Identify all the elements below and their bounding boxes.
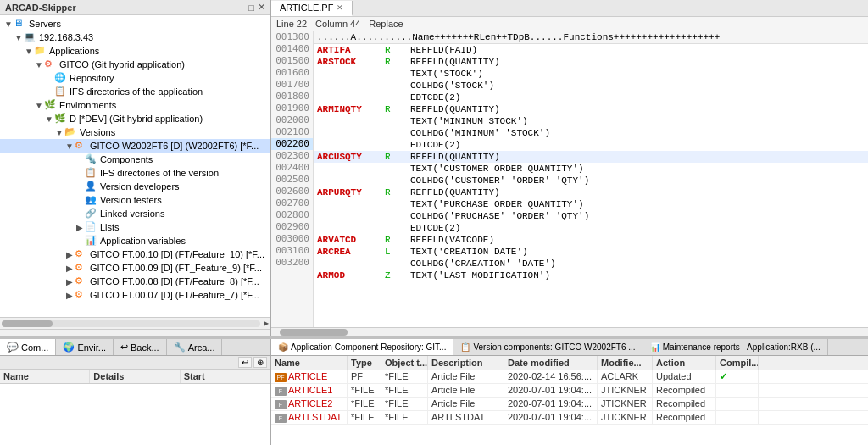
tree-item-environments[interactable]: ▼ 🌿 Environments (0, 98, 270, 112)
tree-item-ft0008[interactable]: ▶ ⚙ GITCO FT.00.08 [D] (FT/Feature_8) [*… (0, 275, 270, 288)
cell-desc: Article File (428, 384, 504, 397)
servers-label: Servers (29, 19, 61, 29)
versions-label: Versions (80, 127, 115, 137)
tree-item-version-testers[interactable]: 👥 Version testers (0, 193, 270, 207)
maximize-icon[interactable]: □ (248, 3, 254, 13)
bl-col-start: Start (181, 370, 270, 383)
tree-item-gitco[interactable]: ▼ ⚙ GITCO (Git hybrid application) (0, 58, 270, 71)
editor-toolbar: Line 22 Column 44 Replace (271, 17, 868, 31)
bottom-tab-app-component[interactable]: 📦 Application Component Repository: GIT.… (271, 339, 453, 355)
br-col-description: Description (428, 356, 504, 370)
code-line: COLHDG('STOCK') (314, 80, 868, 92)
tree-item-ifs-app[interactable]: 📋 IFS directories of the application (0, 85, 270, 98)
toggle-env[interactable]: ▼ (34, 101, 44, 110)
bl-icon1[interactable]: ↩ (238, 357, 252, 368)
toggle-applications[interactable]: ▼ (24, 47, 34, 56)
close-icon[interactable]: ✕ (258, 2, 265, 13)
tree-item-version-devs[interactable]: 👤 Version developers (0, 180, 270, 193)
components-icon: 🔩 (85, 153, 98, 165)
toggle-servers[interactable]: ▼ (3, 19, 14, 29)
tree-scrollbar-v[interactable] (0, 329, 270, 336)
envir-label: Envir... (77, 342, 106, 353)
br-col-action: Action (653, 356, 716, 370)
applications-folder-icon: 📁 (34, 45, 47, 57)
editor-tab-article[interactable]: ARTICLE.PF ✕ (271, 1, 353, 16)
toggle-versions[interactable]: ▼ (54, 128, 64, 137)
toggle-ip[interactable]: ▼ (14, 33, 24, 42)
tree-item-ft0009[interactable]: ▶ ⚙ GITCO FT.00.09 [D] (FT_Feature_9) [*… (0, 261, 270, 275)
versions-icon: 📂 (64, 126, 78, 138)
cell-name: FARTICLE2 (271, 398, 348, 410)
ddev-label: D [*DEV] (Git hybrid application) (70, 114, 203, 124)
toggle-ft0010[interactable]: ▶ (64, 250, 75, 259)
code-line: ARCREALTEXT('CREATION DATE') (314, 246, 868, 258)
code-line: EDTCDE(2) (314, 139, 868, 151)
cell-date: 2020-07-01 19:04:... (504, 398, 598, 410)
scrollbar-thumb[interactable] (280, 329, 348, 336)
table-row[interactable]: FARTLSTDAT *FILE *FILE ARTLSTDAT 2020-07… (271, 411, 868, 425)
ip-icon: 💻 (24, 31, 37, 43)
table-row[interactable]: PFARTICLE PF *FILE Article File 2020-02-… (271, 370, 868, 384)
code-line: COLHDG('CRAEATION' 'DATE') (314, 258, 868, 270)
editor-tab-close[interactable]: ✕ (337, 3, 343, 12)
tree-item-ft0010[interactable]: ▶ ⚙ GITCO FT.00.10 [D] (FT/Feature_10) [… (0, 248, 270, 261)
bottom-tab-version-components[interactable]: 📋 Version components: GITCO W2002FT6 ... (453, 339, 643, 355)
cell-action: Recompiled (653, 411, 716, 424)
br-col-compile: Compil... (716, 356, 759, 370)
repository-icon: 🌐 (54, 72, 68, 84)
code-line: ARPURQTYRREFFLD(QUANTITY) (314, 186, 868, 198)
com-icon: 💬 (7, 342, 19, 353)
toggle-ft0008[interactable]: ▶ (64, 277, 75, 286)
bottom-tab-com[interactable]: 💬 Com... (0, 339, 56, 355)
code-line: TEXT('PURCHASE ORDER QUANTITY') (314, 198, 868, 210)
back-label: Back... (131, 342, 159, 353)
maintenance-icon: 📊 (650, 342, 660, 352)
tree-item-repository[interactable]: 🌐 Repository (0, 71, 270, 85)
tree-item-ft0007[interactable]: ▶ ⚙ GITCO FT.00.07 [D] (FT/Feature_7) [*… (0, 288, 270, 302)
toggle-gitco-w2002[interactable]: ▼ (64, 142, 75, 151)
left-panel-titlebar: ARCAD-Skipper ─ □ ✕ (0, 0, 270, 15)
bottom-left-tabs: 💬 Com... 🌍 Envir... ↩ Back... 🔧 Arca... (0, 339, 271, 355)
minimize-icon[interactable]: ─ (239, 3, 246, 13)
tree-item-linked-versions[interactable]: 🔗 Linked versions (0, 207, 270, 220)
tree-item-components[interactable]: 🔩 Components (0, 153, 270, 166)
cell-modifier: JTICKNER (598, 398, 653, 410)
toggle-lists[interactable]: ▶ (75, 223, 85, 232)
code-editor[interactable]: ......A..........Name+++++++RLen++TDpB..… (314, 31, 868, 327)
tree-item-applications[interactable]: ▼ 📁 Applications (0, 44, 270, 58)
ft0007-icon: ⚙ (75, 289, 88, 301)
tree-item-lists[interactable]: ▶ 📄 Lists (0, 220, 270, 234)
table-row[interactable]: FARTICLE2 *FILE *FILE Article File 2020-… (271, 398, 868, 411)
tree-item-ip[interactable]: ▼ 💻 192.168.3.43 (0, 31, 270, 44)
bottom-tab-arca[interactable]: 🔧 Arca... (167, 339, 223, 355)
bottom-tab-envir[interactable]: 🌍 Envir... (56, 339, 114, 355)
bottom-tab-maintenance[interactable]: 📊 Maintenance reports - Application:RXB … (643, 339, 828, 355)
toggle-gitco[interactable]: ▼ (34, 60, 44, 70)
code-line: EDTCDE(2) (314, 92, 868, 103)
cell-obj-type: *FILE (381, 398, 428, 410)
cell-name: FARTICLE1 (271, 384, 348, 397)
tree-item-app-variables[interactable]: 📊 Application variables (0, 234, 270, 248)
tree-scrollbar-h[interactable]: ▶ (0, 317, 270, 329)
lists-label: Lists (100, 222, 120, 232)
toggle-ft0009[interactable]: ▶ (64, 264, 75, 273)
toggle-ddev[interactable]: ▼ (44, 114, 54, 124)
editor-scrollbar[interactable] (271, 327, 868, 336)
bl-icon2[interactable]: ⊕ (253, 357, 267, 368)
cell-obj-type: *FILE (381, 384, 428, 397)
bottom-panels-tab-bar: 💬 Com... 🌍 Envir... ↩ Back... 🔧 Arca... … (0, 339, 868, 356)
table-row[interactable]: FARTICLE1 *FILE *FILE Article File 2020-… (271, 384, 868, 398)
tree-item-ifs-version[interactable]: 📋 IFS directories of the version (0, 166, 270, 180)
arca-label: Arca... (188, 342, 215, 353)
scroll-right-icon[interactable]: ▶ (262, 320, 270, 327)
maintenance-label: Maintenance reports - Application:RXB (.… (663, 342, 821, 352)
tree-item-gitco-w2002[interactable]: ▼ ⚙ GITCO W2002FT6 [D] (W2002FT6) [*F... (0, 139, 270, 153)
tree-item-versions[interactable]: ▼ 📂 Versions (0, 125, 270, 139)
ft0009-label: GITCO FT.00.09 [D] (FT_Feature_9) [*F... (90, 263, 262, 273)
applications-label: Applications (49, 46, 99, 56)
code-line: TEXT('STOCK') (314, 68, 868, 80)
bottom-tab-back[interactable]: ↩ Back... (114, 339, 167, 355)
tree-item-servers[interactable]: ▼ 🖥 Servers (0, 17, 270, 31)
toggle-ft0007[interactable]: ▶ (64, 291, 75, 300)
tree-item-ddev[interactable]: ▼ 🌿 D [*DEV] (Git hybrid application) (0, 112, 270, 125)
